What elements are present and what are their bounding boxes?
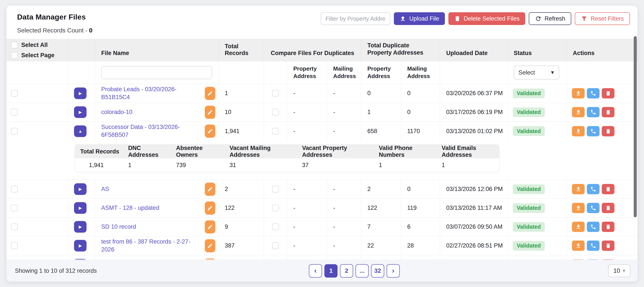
download-file-button[interactable]	[572, 126, 585, 136]
phone-action-button[interactable]	[587, 203, 600, 213]
compare-checkbox[interactable]	[272, 242, 279, 249]
page-button-1[interactable]: 1	[324, 264, 338, 277]
expand-row-button[interactable]: ▶	[74, 88, 86, 99]
row-checkbox[interactable]	[11, 186, 18, 192]
phone-action-button[interactable]	[587, 222, 600, 232]
status-badge: Validated	[513, 126, 545, 136]
page-button-2[interactable]: 2	[340, 264, 353, 277]
upload-file-button[interactable]: Upload File	[394, 12, 445, 25]
file-name-link[interactable]: test from 86 - 387 Records - 2-27-2026	[101, 238, 202, 253]
compare-checkbox[interactable]	[272, 223, 279, 230]
page-ellipsis-button[interactable]: ...	[356, 264, 369, 277]
previous-page-button[interactable]: ‹	[309, 264, 322, 277]
stats-header-row: Total Records DNC Addresses Absentee Own…	[75, 145, 499, 158]
collapse-row-button[interactable]: ▲	[74, 125, 86, 137]
download-file-button[interactable]	[572, 240, 585, 251]
phone-action-button[interactable]	[587, 240, 600, 251]
select-all-checkbox[interactable]	[11, 42, 18, 49]
chevron-down-icon: ▼	[550, 70, 555, 75]
download-file-button[interactable]	[572, 107, 585, 117]
file-name-link[interactable]: Successor Data - 03/13/2026-6F58B507	[101, 123, 202, 139]
stat-header: Valid Phone Numbers	[374, 145, 436, 158]
trash-icon	[605, 186, 611, 192]
next-page-button[interactable]: ›	[386, 264, 400, 277]
compare-property-cell: -	[287, 122, 327, 141]
delete-file-button[interactable]	[602, 107, 614, 117]
phone-action-button[interactable]	[587, 88, 600, 98]
delete-file-button[interactable]	[602, 184, 614, 194]
stats-value-row: 1,941 1 739 31 37 1 1	[75, 158, 499, 172]
select-page-checkbox[interactable]	[11, 52, 18, 59]
compare-checkbox[interactable]	[272, 90, 279, 97]
property-address-filter-input[interactable]	[321, 12, 390, 25]
edit-file-button[interactable]	[205, 125, 215, 138]
page-button-32[interactable]: 32	[371, 264, 384, 277]
download-file-button[interactable]	[572, 88, 585, 98]
file-name-link[interactable]: Probate Leads - 03/20/2026-B51B15C4	[101, 86, 202, 101]
file-name-link[interactable]: colorado-10	[101, 108, 132, 116]
pencil-icon	[207, 205, 213, 211]
refresh-button[interactable]: Refresh	[529, 12, 572, 25]
phone-icon	[590, 128, 596, 134]
compare-checkbox[interactable]	[272, 128, 279, 135]
delete-file-button[interactable]	[602, 240, 614, 251]
edit-file-button[interactable]	[205, 239, 215, 252]
table-row: ▶ colorado-10 10 - - 1 0 03/17/2026 06:1…	[6, 103, 638, 122]
row-checkbox[interactable]	[11, 90, 18, 97]
status-filter-select[interactable]: Select ▼	[514, 66, 559, 80]
table-row: ▲ Successor Data - 03/13/2026-6F58B507 1…	[6, 122, 638, 141]
row-checkbox[interactable]	[11, 242, 18, 249]
edit-file-button[interactable]	[205, 87, 215, 100]
edit-file-button[interactable]	[205, 106, 215, 119]
delete-selected-files-button[interactable]: Delete Selected Files	[448, 12, 525, 25]
status-badge: Validated	[513, 107, 545, 117]
row-checkbox[interactable]	[11, 128, 18, 135]
compare-property-cell: -	[287, 236, 327, 255]
page-size-value: 10	[613, 267, 620, 274]
reset-filters-button[interactable]: Reset Filters	[575, 12, 630, 25]
file-name-link[interactable]: SD 10 record	[101, 223, 136, 231]
trash-icon	[605, 224, 611, 230]
vertical-scrollbar[interactable]	[634, 36, 637, 217]
download-file-button[interactable]	[572, 203, 585, 213]
file-name-link[interactable]: ASMT - 128 - updated	[101, 204, 159, 212]
trash-icon	[605, 109, 611, 115]
phone-action-button[interactable]	[587, 184, 600, 194]
file-name-link[interactable]: AS	[101, 185, 109, 193]
status-badge: Validated	[513, 203, 545, 213]
page-size-select[interactable]: 10 ▾	[608, 264, 630, 277]
expand-row-button[interactable]: ▶	[74, 183, 86, 195]
file-name-filter-input[interactable]	[101, 66, 212, 79]
expand-row-button[interactable]: ▶	[74, 221, 86, 233]
col-total-records: Total Records	[218, 39, 264, 61]
download-file-button[interactable]	[572, 222, 585, 232]
delete-file-button[interactable]	[602, 88, 614, 98]
compare-checkbox[interactable]	[272, 109, 279, 116]
pencil-icon	[207, 186, 213, 192]
phone-action-button[interactable]	[587, 107, 600, 117]
pencil-icon	[207, 128, 213, 134]
row-checkbox[interactable]	[11, 223, 18, 230]
row-checkbox[interactable]	[11, 109, 18, 116]
expand-row-button[interactable]: ▶	[74, 240, 86, 251]
compare-mailing-cell: -	[327, 103, 361, 121]
phone-icon	[590, 186, 596, 192]
row-checkbox[interactable]	[11, 205, 18, 211]
edit-file-button[interactable]	[205, 183, 215, 196]
duplicate-mailing-cell: 6	[401, 217, 440, 236]
delete-file-button[interactable]	[602, 222, 614, 232]
table-filter-row: Property Address Mailing Address Propert…	[6, 61, 638, 84]
edit-file-button[interactable]	[205, 220, 215, 233]
delete-file-button[interactable]	[602, 203, 614, 213]
phone-action-button[interactable]	[587, 126, 600, 136]
uploaded-date-cell: 03/20/2026 06:37 PM	[440, 84, 508, 103]
compare-checkbox[interactable]	[272, 186, 279, 192]
phone-icon	[590, 243, 596, 249]
download-file-button[interactable]	[572, 184, 585, 194]
edit-file-button[interactable]	[205, 201, 215, 215]
delete-file-button[interactable]	[602, 126, 614, 136]
expand-row-button[interactable]: ▶	[74, 202, 86, 214]
title-block: Data Manager Files Selected Records Coun…	[17, 12, 92, 34]
expand-row-button[interactable]: ▶	[74, 106, 86, 118]
compare-checkbox[interactable]	[272, 205, 279, 211]
